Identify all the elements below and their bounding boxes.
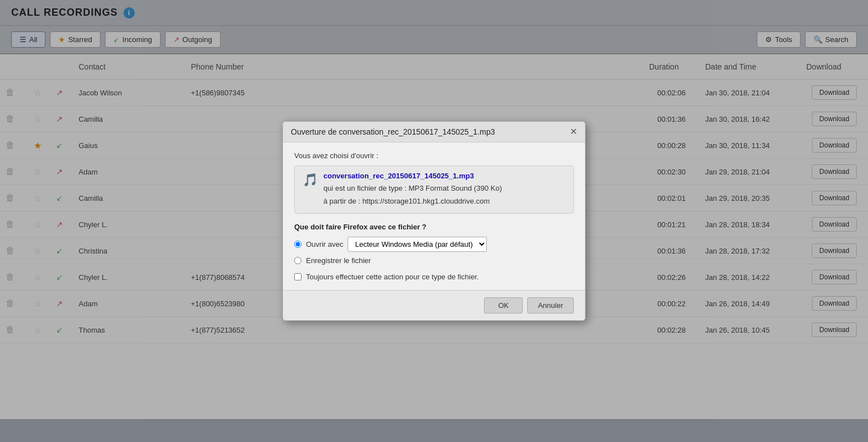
file-details: conversation_rec_20150617_145025_1.mp3 q…: [323, 172, 502, 207]
always-checkbox[interactable]: [294, 273, 301, 280]
file-icon: 🎵: [303, 173, 318, 187]
modal-body: Vous avez choisi d'ouvrir : 🎵 conversati…: [283, 142, 585, 289]
file-info-box: 🎵 conversation_rec_20150617_145025_1.mp3…: [294, 165, 574, 213]
open-with-label[interactable]: Ouvrir avec: [306, 240, 343, 248]
file-open-dialog: Ouverture de conversation_rec_20150617_1…: [282, 121, 586, 320]
file-name: conversation_rec_20150617_145025_1.mp3: [323, 172, 502, 180]
open-with-radio[interactable]: [294, 241, 301, 248]
ok-button[interactable]: OK: [484, 297, 523, 314]
app-select[interactable]: Lecteur Windows Media (par défaut): [348, 237, 487, 252]
file-source-value: https://storage101.hkg1.clouddrive.com: [362, 197, 490, 205]
file-meta: qui est un fichier de type : MP3 Format …: [323, 182, 502, 207]
file-type-label: qui est un fichier de type :: [323, 184, 406, 192]
modal-footer: OK Annuler: [283, 290, 585, 320]
modal-overlay: Ouverture de conversation_rec_20150617_1…: [0, 0, 868, 442]
save-label[interactable]: Enregistrer le fichier: [306, 256, 371, 265]
always-option: Toujours effectuer cette action pour ce …: [294, 273, 574, 281]
modal-title: Ouverture de conversation_rec_20150617_1…: [291, 127, 495, 136]
modal-intro: Vous avez choisi d'ouvrir :: [294, 151, 574, 160]
file-type-value: MP3 Format Sound (390 Ko): [409, 184, 502, 192]
save-radio[interactable]: [294, 257, 301, 264]
file-source-label: à partir de :: [323, 197, 360, 205]
action-question: Que doit faire Firefox avec ce fichier ?: [294, 223, 574, 231]
modal-close-button[interactable]: ✕: [570, 127, 577, 136]
always-label[interactable]: Toujours effectuer cette action pour ce …: [306, 273, 479, 281]
action-section: Que doit faire Firefox avec ce fichier ?…: [294, 223, 574, 265]
save-option: Enregistrer le fichier: [294, 256, 574, 265]
cancel-button[interactable]: Annuler: [527, 297, 574, 314]
open-with-option: Ouvrir avec Lecteur Windows Media (par d…: [294, 237, 574, 252]
modal-header: Ouverture de conversation_rec_20150617_1…: [283, 122, 585, 142]
